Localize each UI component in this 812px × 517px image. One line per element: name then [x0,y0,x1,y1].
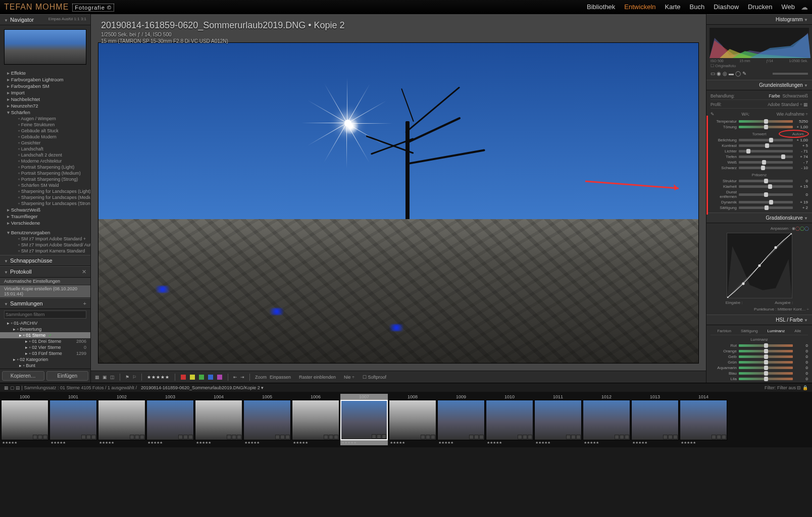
tone-curve[interactable] [727,233,792,298]
rating-stars[interactable]: ★★★★★ [147,375,170,380]
filmstrip-thumb[interactable]: 1013★★★★★ [631,394,679,445]
collection-item[interactable]: ▸ ▫ 02 Vier Sterne0 [0,344,90,350]
slider-schwarz[interactable]: Schwarz- 10 [710,165,808,171]
preset-folder[interactable]: Schärfen [0,109,90,116]
preset-item[interactable]: ▫ Landschaft [0,146,90,152]
collection-item[interactable]: ▸ ▫ 01 Drei Sterne2806 [0,338,90,344]
slider-dynamik[interactable]: Dynamik+ 19 [710,199,808,205]
collection-item[interactable]: ▸ ▫ 01 Sterne✓ [0,332,90,338]
second-window-icon[interactable]: ▢ [10,385,15,390]
slider-grün[interactable]: Grün0 [710,359,808,365]
filmstrip-thumb[interactable]: 1002★★★★★ [98,394,145,445]
point-curve-select[interactable]: Mittlerer Kont… ÷ [778,307,809,312]
filmstrip-thumb[interactable]: 1003★★★★★ [146,394,194,445]
preset-item[interactable]: ▫ Gebäude alt Stuck [0,128,90,134]
hsl-tab[interactable]: Alle [794,329,801,333]
module-entwickeln[interactable]: Entwickeln [624,3,655,11]
slider-dunst-entfernen[interactable]: Dunst entfernen0 [710,189,808,199]
slider-rot[interactable]: Rot0 [710,343,808,348]
filter-select[interactable]: Filter aus [777,385,796,390]
preset-folder[interactable]: Farbvorgaben Lightroom [0,76,90,83]
slider-weiß[interactable]: Weiß- 7 [710,160,808,165]
history-item[interactable]: Virtuelle Kopie erstellen (08.10.2020 15… [0,285,90,298]
wb-picker-icon[interactable]: ✎ [710,112,715,117]
filmstrip[interactable]: 1000★★★★★1001★★★★★1002★★★★★1003★★★★★1004… [0,392,812,447]
collection-item[interactable]: ▸ ▫ 01-ARCHIV [0,320,90,326]
preset-folder[interactable]: Nachbelichtet [0,96,90,102]
module-bibliothek[interactable]: Bibliothek [587,3,615,11]
history-item[interactable]: Automatische Einstellungen [0,278,90,285]
slider-tönung[interactable]: Tönung+ 1,00 [710,124,808,130]
preset-item[interactable]: ▫ SM z7 Import Kamera Standard [0,248,90,254]
nav-next-icon[interactable]: ⇥ [240,375,244,380]
preset-item[interactable]: ▫ Augen / Wimpern [0,116,90,122]
preset-item[interactable]: ▫ Sharpening for Landscapes (Strong) [0,200,90,206]
copy-button[interactable]: Kopieren… [2,371,44,381]
view-mode-icon[interactable]: ◫ [110,375,115,380]
preset-item[interactable]: ▫ Moderne Architektur [0,158,90,164]
collections-header[interactable]: Sammlungen+ [0,298,90,309]
slider-gelb[interactable]: Gelb0 [710,354,808,359]
navigator-thumbnail[interactable] [4,29,86,65]
snapshots-header[interactable]: Schnappschüsse [0,255,90,266]
label-green[interactable] [199,375,204,380]
hsl-tab[interactable]: Farbton [717,329,731,333]
module-buch[interactable]: Buch [690,3,705,11]
radial-tool-icon[interactable]: ◯ [735,71,741,76]
filmstrip-scrollbar[interactable] [0,447,812,452]
slider-kontrast[interactable]: Kontrast+ 5 [710,143,808,148]
slider-lichter[interactable]: Lichter- 71 [710,148,808,154]
module-drucken[interactable]: Drucken [748,3,772,11]
label-purple[interactable] [217,375,222,380]
zoom-fit[interactable]: Einpassen [270,375,291,380]
filmstrip-thumb[interactable]: 1009★★★★★ [437,394,485,445]
layout-icon[interactable]: ▤ [16,385,20,390]
preset-item[interactable]: ▫ Portrait Sharpening (Medium) [0,170,90,176]
slider-belichtung[interactable]: Belichtung+ 1,00 [710,137,808,143]
preset-item[interactable]: ▫ Schärfen SM Wald [0,182,90,188]
nav-prev-icon[interactable]: ⇤ [233,375,237,380]
paste-button[interactable]: Einfügen [46,371,89,381]
auto-tone-button[interactable]: Autom. [792,132,805,136]
collection-item[interactable]: ▸ ▫ Bunt [0,363,90,369]
filmstrip-thumb[interactable]: 1006★★★★★ [292,394,339,445]
navigator-header[interactable]: Navigator Einpas Ausfül 1:1 3:1 [0,14,90,25]
filmstrip-thumb[interactable]: 1010★★★★★ [486,394,533,445]
preset-item[interactable]: ▫ Feine Strukturen [0,122,90,128]
collection-item[interactable]: ▸ ▫ 02 Kategorien [0,356,90,363]
crop-tool-icon[interactable]: ▭ [710,71,715,76]
slider-tiefen[interactable]: Tiefen+ 74 [710,154,808,160]
preset-item[interactable]: ▫ Portrait Sharpening (Strong) [0,176,90,182]
hsl-tab[interactable]: Luminanz [768,329,785,333]
preset-folder[interactable]: Farbvorgaben SM [0,83,90,89]
preset-folder[interactable]: Traumflieger [0,213,90,220]
filmstrip-thumb[interactable]: 1008★★★★★ [389,394,436,445]
slider-klarheit[interactable]: Klarheit+ 15 [710,184,808,189]
collections-filter-input[interactable] [4,311,86,319]
module-diashow[interactable]: Diashow [714,3,739,11]
softproof-toggle[interactable]: Softproof [368,375,387,380]
preset-folder[interactable]: Verschiedene [0,220,90,226]
slider-struktur[interactable]: Struktur0 [710,178,808,184]
gradient-tool-icon[interactable]: ▬ [729,71,734,76]
module-web[interactable]: Web [782,3,795,11]
filmstrip-thumb[interactable]: 1004★★★★★ [195,394,242,445]
slider-sättigung[interactable]: Sättigung+ 2 [710,205,808,211]
slider-orange[interactable]: Orange0 [710,348,808,354]
slider-blau[interactable]: Blau0 [710,371,808,376]
treatment-color[interactable]: Farbe [769,93,780,98]
redeye-tool-icon[interactable]: ◎ [723,71,727,76]
label-red[interactable] [181,375,186,380]
hsl-tab[interactable]: Sättigung [741,329,758,333]
view-mode-icon[interactable]: ▦ [95,375,99,380]
preset-item[interactable]: ▫ Gesichter [0,140,90,146]
label-blue[interactable] [208,375,213,380]
filmstrip-thumb[interactable]: 1001★★★★★ [49,394,97,445]
photo-canvas[interactable] [98,42,699,364]
preset-item[interactable]: ▫ Gebäude Modern [0,134,90,140]
filmstrip-thumb[interactable]: 1005★★★★★ [243,394,291,445]
view-mode-icon[interactable]: ▣ [103,375,107,380]
breadcrumb-path[interactable]: 20190814-161859-0620_Sommerurlaub2019.DN… [141,385,264,390]
preset-item[interactable]: ▫ Landschaft 2 dezent [0,152,90,158]
spot-tool-icon[interactable]: ◉ [717,71,721,76]
